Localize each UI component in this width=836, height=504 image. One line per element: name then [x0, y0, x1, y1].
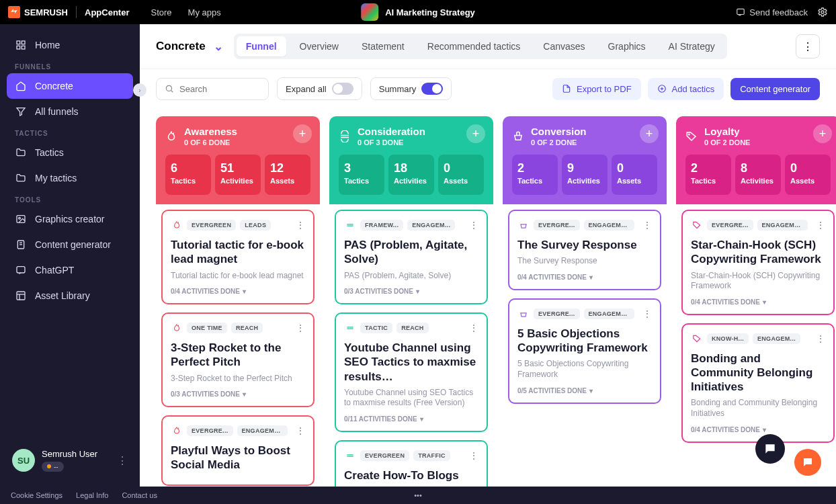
- tag-icon: [691, 333, 703, 345]
- card-menu-icon[interactable]: ⋮: [642, 308, 652, 319]
- chevron-down-icon: ⌄: [214, 40, 223, 54]
- intercom-chat-button[interactable]: [755, 434, 785, 464]
- card-menu-icon[interactable]: ⋮: [296, 323, 305, 333]
- add-tactic-button[interactable]: +: [813, 124, 832, 143]
- tactic-card[interactable]: EVERGREEN TRAFFIC ⋮ Create How-To Blogs: [335, 440, 488, 487]
- svg-point-15: [166, 85, 171, 91]
- add-tactic-button[interactable]: +: [466, 124, 485, 143]
- activities-dropdown[interactable]: 0/3 ACTIVITIES DONE ▾: [171, 390, 305, 398]
- sidebar-item-all-funnels[interactable]: All funnels: [7, 99, 133, 124]
- tactic-card[interactable]: EVERGRE... ENGAGEME... ⋮ Star-Chain-Hook…: [681, 210, 835, 315]
- column-awareness: Awareness 0 OF 6 DONE + 6Tactics 51Activ…: [156, 116, 320, 470]
- collapse-sidebar-button[interactable]: ›: [133, 83, 147, 97]
- tab-statement[interactable]: Statement: [352, 36, 414, 56]
- switch-off[interactable]: [332, 83, 353, 95]
- sidebar-item-my-tactics[interactable]: My tactics: [7, 165, 133, 191]
- tab-funnel[interactable]: Funnel: [237, 36, 286, 56]
- card-menu-icon[interactable]: ⋮: [296, 425, 305, 436]
- card-menu-icon[interactable]: ⋮: [469, 450, 478, 461]
- document-icon: [15, 239, 27, 251]
- semrush-logo[interactable]: SEMRUSH: [8, 6, 68, 18]
- content-generator-button[interactable]: Content generator: [730, 78, 820, 100]
- footer-more-icon[interactable]: •••: [414, 491, 422, 499]
- tactic-card[interactable]: EVERGRE... ENGAGEME... ⋮ 5 Basic Objecti…: [508, 298, 661, 404]
- add-tactic-button[interactable]: +: [293, 124, 312, 143]
- user-menu-icon[interactable]: ⋮: [117, 454, 128, 467]
- tactic-card[interactable]: EVERGRE... ENGAGEME... ⋮ Playful Ways to…: [161, 415, 315, 486]
- tab-overview[interactable]: Overview: [290, 36, 348, 56]
- sidebar-item-chatgpt[interactable]: ChatGPT: [7, 257, 133, 283]
- toolbar: Expand all Summary Export to PDF Add tac…: [140, 69, 836, 108]
- stage-progress: 0 OF 6 DONE: [184, 138, 237, 146]
- user-name: Semrush User: [42, 449, 110, 459]
- basket-icon: [517, 308, 530, 320]
- tools-label: TOOLS: [7, 191, 133, 206]
- sidebar-item-home[interactable]: Home: [7, 32, 133, 58]
- sidebar-item-tactics[interactable]: Tactics: [7, 140, 133, 165]
- sidebar: Home FUNNELS Concrete All funnels TACTIC…: [0, 24, 140, 487]
- tab-ai-strategy[interactable]: AI Strategy: [659, 36, 724, 56]
- search-box[interactable]: [156, 78, 269, 100]
- burger-icon: [344, 219, 356, 231]
- settings-icon[interactable]: [817, 7, 828, 17]
- svg-point-1: [821, 11, 824, 13]
- export-pdf-button[interactable]: Export to PDF: [552, 78, 641, 100]
- add-tactics-button[interactable]: Add tactics: [648, 78, 724, 100]
- tactic-card[interactable]: ONE TIME REACH ⋮ 3-Step Rocket to the Pe…: [161, 312, 315, 407]
- store-link[interactable]: Store: [151, 7, 171, 17]
- sidebar-item-concrete[interactable]: Concrete: [7, 73, 133, 99]
- myapps-link[interactable]: My apps: [188, 7, 221, 17]
- stat-activities[interactable]: 51Activities: [215, 155, 261, 195]
- tab-graphics[interactable]: Graphics: [599, 36, 655, 56]
- column-conversion: Conversion 0 OF 2 DONE + 2Tactics 9Activ…: [503, 116, 667, 470]
- flame-icon: [171, 219, 183, 231]
- send-feedback-button[interactable]: Send feedback: [736, 7, 808, 17]
- sidebar-item-asset-library[interactable]: Asset Library: [7, 283, 133, 308]
- tactic-card[interactable]: KNOW-H... ENGAGEM... ⋮ Bonding and Commu…: [681, 323, 835, 443]
- topbar: SEMRUSH AppCenter Store My apps AI Marke…: [0, 0, 836, 24]
- card-menu-icon[interactable]: ⋮: [816, 220, 825, 230]
- tag-icon: [691, 219, 703, 231]
- tab-canvases[interactable]: Canvases: [534, 36, 594, 56]
- column-consideration: Consideration 0 OF 3 DONE + 3Tactics 18A…: [329, 116, 493, 470]
- app-title: AI Marketing Strategy: [361, 3, 475, 21]
- user-footer[interactable]: SU Semrush User -- ⋮: [7, 442, 133, 478]
- svg-rect-2: [17, 41, 20, 44]
- image-icon: [15, 213, 27, 225]
- stat-assets[interactable]: 12Assets: [265, 155, 310, 195]
- svg-rect-11: [17, 267, 25, 273]
- svg-point-20: [689, 134, 690, 135]
- svg-line-16: [171, 90, 173, 92]
- card-menu-icon[interactable]: ⋮: [469, 323, 478, 333]
- legal-info-link[interactable]: Legal Info: [76, 491, 108, 499]
- card-menu-icon[interactable]: ⋮: [469, 220, 478, 230]
- sidebar-item-graphics-creator[interactable]: Graphics creator: [7, 206, 133, 232]
- more-button[interactable]: ⋮: [796, 34, 820, 58]
- card-menu-icon[interactable]: ⋮: [816, 333, 825, 344]
- tactic-card[interactable]: EVERGREEN LEADS ⋮ Tutorial tactic for e-…: [161, 210, 315, 304]
- card-menu-icon[interactable]: ⋮: [642, 220, 652, 230]
- tab-recommended[interactable]: Recommended tactics: [418, 36, 530, 56]
- activities-dropdown[interactable]: 0/4 ACTIVITIES DONE ▾: [171, 288, 305, 295]
- add-tactic-button[interactable]: +: [640, 124, 659, 143]
- appcenter-link[interactable]: AppCenter: [85, 7, 129, 17]
- search-input[interactable]: [179, 84, 260, 94]
- stat-tactics[interactable]: 6Tactics: [165, 155, 211, 195]
- tactic-card[interactable]: FRAMEW... ENGAGEM... ⋮ PAS (Problem, Agi…: [335, 210, 488, 304]
- contact-us-link[interactable]: Contact us: [122, 491, 157, 499]
- summary-toggle[interactable]: Summary: [370, 77, 452, 100]
- tactic-card[interactable]: TACTIC REACH ⋮ Youtube Channel using SEO…: [335, 312, 488, 432]
- help-fab[interactable]: [794, 449, 821, 476]
- sidebar-item-content-generator[interactable]: Content generator: [7, 232, 133, 257]
- workspace-selector[interactable]: Concrete ⌄: [156, 40, 223, 54]
- card-menu-icon[interactable]: ⋮: [296, 220, 305, 230]
- chat-icon: [15, 264, 27, 276]
- basket-icon: [517, 219, 530, 231]
- layout-icon: [15, 290, 27, 302]
- expand-all-toggle[interactable]: Expand all: [277, 77, 362, 100]
- avatar: SU: [12, 449, 35, 472]
- cookie-settings-link[interactable]: Cookie Settings: [11, 491, 62, 499]
- switch-on[interactable]: [421, 83, 443, 95]
- tactic-card[interactable]: EVERGRE... ENGAGEME... ⋮ The Survey Resp…: [508, 210, 661, 290]
- board: Awareness 0 OF 6 DONE + 6Tactics 51Activ…: [140, 108, 836, 487]
